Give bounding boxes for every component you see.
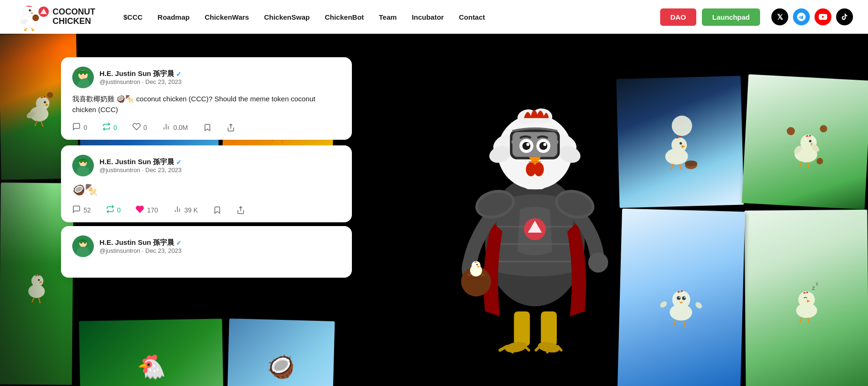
svg-point-63 xyxy=(798,291,815,308)
tweet-meta-2: @justinsuntron · Dec 23, 2023 xyxy=(99,167,341,174)
svg-point-24 xyxy=(31,275,43,287)
tweet-actions-1: 0 0 0 0.0M xyxy=(72,122,341,132)
svg-point-76 xyxy=(694,301,703,310)
bookmark-icon-1 xyxy=(203,123,212,132)
logo-text: COCONUT CHICKEN xyxy=(53,8,95,26)
tweet-avatar-2 xyxy=(72,155,94,176)
tweet-container: H.E. Justin Sun 孫宇晨 ✓ @justinsuntron · D… xyxy=(61,57,352,281)
nav-chickenwars[interactable]: ChickenWars xyxy=(205,13,249,21)
svg-line-78 xyxy=(683,320,685,327)
svg-rect-81 xyxy=(541,311,557,346)
nav-chickenswap[interactable]: ChickenSwap xyxy=(264,13,310,21)
share-icon-1 xyxy=(227,123,235,132)
svg-line-66 xyxy=(808,318,809,323)
svg-point-1 xyxy=(23,6,35,17)
svg-line-7 xyxy=(31,28,33,30)
svg-line-57 xyxy=(799,161,802,167)
tweet-action-comment-1[interactable]: 0 xyxy=(72,122,87,132)
svg-point-42 xyxy=(671,115,692,136)
verified-badge-3: ✓ xyxy=(176,239,182,247)
svg-point-120 xyxy=(534,162,544,176)
svg-text:z: z xyxy=(812,284,815,291)
tweet-action-retweet-2[interactable]: 0 xyxy=(106,205,121,215)
tweet-action-bookmark-1[interactable] xyxy=(203,123,212,132)
youtube-icon[interactable] xyxy=(815,8,831,25)
nav-ccc[interactable]: $CCC xyxy=(123,13,143,21)
launchpad-button[interactable]: Launchpad xyxy=(702,8,760,26)
tweet-actions-2: 52 0 170 39 xyxy=(72,205,341,215)
tweet-name-3: H.E. Justin Sun 孫宇晨 ✓ xyxy=(99,238,341,247)
svg-point-59 xyxy=(786,127,795,135)
retweet-icon-2 xyxy=(106,205,114,215)
tweet-name-1: H.E. Justin Sun 孫宇晨 ✓ xyxy=(99,69,341,78)
tweet-action-bookmark-2[interactable] xyxy=(213,206,221,214)
share-icon-2 xyxy=(236,206,245,214)
svg-line-11 xyxy=(32,30,33,31)
nav-incubator[interactable]: Incubator xyxy=(412,13,444,21)
tweet-card-2: H.E. Justin Sun 孫宇晨 ✓ @justinsuntron · D… xyxy=(61,145,352,222)
svg-point-12 xyxy=(32,15,39,21)
nav-team[interactable]: Team xyxy=(379,13,397,21)
svg-point-114 xyxy=(540,142,548,150)
tweet-header-1: H.E. Justin Sun 孫宇晨 ✓ @justinsuntron · D… xyxy=(72,67,341,88)
svg-point-122 xyxy=(553,139,558,144)
tweet-action-like-2[interactable]: 170 xyxy=(136,205,158,215)
nav-contact[interactable]: Contact xyxy=(459,13,485,21)
svg-point-60 xyxy=(820,125,827,132)
tweet-action-share-2[interactable] xyxy=(236,206,245,214)
tweet-user-info-1: H.E. Justin Sun 孫宇晨 ✓ @justinsuntron · D… xyxy=(99,69,341,85)
tweet-card-1: H.E. Justin Sun 孫宇晨 ✓ @justinsuntron · D… xyxy=(61,57,352,140)
heart-icon-1 xyxy=(132,122,141,132)
bookmark-icon-2 xyxy=(213,206,221,214)
svg-line-58 xyxy=(807,162,809,167)
tweet-header-3: H.E. Justin Sun 孫宇晨 ✓ @justinsuntron · D… xyxy=(72,235,341,257)
bg-photo-right4 xyxy=(617,209,745,386)
svg-rect-80 xyxy=(514,311,530,346)
logo[interactable]: COCONUT CHICKEN xyxy=(15,3,95,31)
tweet-action-like-1[interactable]: 0 xyxy=(132,122,147,132)
svg-line-77 xyxy=(673,320,676,327)
svg-point-75 xyxy=(659,300,668,309)
bg-photo-right3: z z xyxy=(744,210,868,386)
tweet-action-comment-2[interactable]: 52 xyxy=(72,205,91,215)
bg-photo-right2 xyxy=(742,74,868,209)
tweet-name-2: H.E. Justin Sun 孫宇晨 ✓ xyxy=(99,158,341,167)
svg-point-113 xyxy=(522,142,530,150)
bg-photo-right1 xyxy=(616,76,744,208)
svg-point-95 xyxy=(476,264,478,265)
svg-line-27 xyxy=(32,297,34,303)
svg-point-61 xyxy=(816,158,823,165)
tweet-action-views-2[interactable]: 39 K xyxy=(173,205,198,215)
nav-chickenbot[interactable]: ChickenBot xyxy=(325,13,364,21)
tweet-meta-1: @justinsuntron · Dec 23, 2023 xyxy=(99,78,341,85)
svg-line-28 xyxy=(38,298,40,303)
views-icon-2 xyxy=(173,205,182,215)
tron-icon xyxy=(38,7,49,17)
svg-point-96 xyxy=(588,253,609,273)
tweet-user-info-3: H.E. Justin Sun 孫宇晨 ✓ @justinsuntron · D… xyxy=(99,238,341,254)
svg-point-22 xyxy=(47,92,53,98)
dao-button[interactable]: DAO xyxy=(660,8,696,26)
svg-rect-151 xyxy=(77,241,89,242)
tweet-action-views-1[interactable]: 0.0M xyxy=(162,122,188,132)
comment-icon-2 xyxy=(72,205,81,215)
bg-photo-mid-bottom1: 🐔 xyxy=(79,318,223,386)
tweet-action-retweet-1[interactable]: 0 xyxy=(102,122,117,132)
svg-line-65 xyxy=(799,317,802,323)
twitter-x-icon[interactable]: 𝕏 xyxy=(771,8,788,25)
tweet-action-share-1[interactable] xyxy=(227,123,235,132)
nav-links: $CCC Roadmap ChickenWars ChickenSwap Chi… xyxy=(123,13,660,21)
svg-line-47 xyxy=(670,164,673,169)
comment-icon-1 xyxy=(72,122,81,132)
telegram-icon[interactable] xyxy=(793,8,810,25)
navbar: COCONUT CHICKEN $CCC Roadmap ChickenWars… xyxy=(0,0,868,34)
svg-line-20 xyxy=(41,121,43,127)
center-mascot xyxy=(446,57,624,376)
svg-point-116 xyxy=(543,143,546,146)
tiktok-icon[interactable] xyxy=(836,8,853,25)
retweet-icon-1 xyxy=(102,122,111,132)
nav-roadmap[interactable]: Roadmap xyxy=(158,13,190,21)
mascot-svg xyxy=(455,71,615,362)
svg-point-115 xyxy=(526,143,529,146)
svg-text:z: z xyxy=(816,281,818,286)
